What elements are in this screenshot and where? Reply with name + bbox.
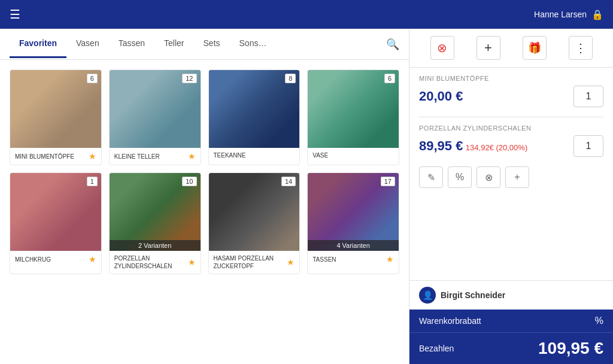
tab-vasen[interactable]: Vasen [66, 30, 109, 58]
customer-area: 👤 Birgit Schneider [409, 280, 613, 310]
cart-item-qty[interactable] [573, 86, 603, 107]
product-image: 1 [10, 173, 101, 251]
edit-icon: ✎ [427, 172, 435, 183]
product-image: 10 2 Varianten [110, 173, 201, 251]
product-badge: 6 [384, 74, 395, 83]
product-name: TASSEN [312, 256, 336, 263]
product-image: 17 4 Varianten [308, 173, 399, 251]
cart-item-label: PORZELLAN ZYLINDERSCHALEN [419, 125, 603, 132]
product-badge: 12 [182, 74, 196, 83]
product-card-tassen[interactable]: 17 4 Varianten TASSEN ★ [307, 172, 399, 274]
variant-badge: 2 Varianten [110, 240, 201, 251]
product-info: TASSEN ★ [308, 251, 399, 268]
close-button[interactable]: ⊗ [430, 36, 454, 60]
product-badge: 14 [281, 177, 296, 186]
pay-row[interactable]: Bezahlen 109,95 € [409, 333, 613, 364]
add-button[interactable]: + [477, 36, 500, 60]
tab-sets[interactable]: Sets [194, 30, 230, 58]
favorite-star-icon[interactable]: ★ [188, 257, 196, 267]
pay-total: 109,95 € [538, 339, 603, 358]
product-name: HASAMI PORZELLAN ZUCKERTOPF [214, 254, 287, 270]
product-info: MILCHKRUG ★ [10, 251, 101, 268]
discount-percent-icon: % [595, 316, 603, 326]
warenkorbrabatt-row[interactable]: Warenkorbrabatt % [409, 310, 613, 333]
product-badge: 10 [182, 177, 196, 186]
lock-icon: 🔒 [591, 9, 603, 20]
product-card-milchkrug[interactable]: 1 MILCHKRUG ★ [10, 172, 102, 274]
cart-item-price: 89,95 € [419, 138, 463, 153]
cart-item-2: PORZELLAN ZYLINDERSCHALEN 89,95 € 134,92… [419, 125, 603, 157]
cart-item-price-block: 89,95 € 134,92€ (20,00%) [419, 138, 527, 154]
product-info: TEEKANNE [209, 148, 300, 163]
cart-item-price: 20,00 € [419, 89, 463, 104]
product-info: MINI BLUMENTÖPFE ★ [10, 148, 101, 165]
pay-label: Bezahlen [419, 344, 454, 353]
search-icon[interactable]: 🔍 [386, 38, 399, 51]
product-image: 6 [308, 70, 399, 148]
tab-tassen[interactable]: Tassen [109, 30, 154, 58]
right-top-actions: ⊗ + 🎁 ⋮ [409, 29, 613, 68]
tab-teller[interactable]: Teller [154, 30, 193, 58]
product-card-vase[interactable]: 6 VASE [307, 69, 399, 165]
product-card-teekanne[interactable]: 8 TEEKANNE [208, 69, 301, 165]
product-name: MILCHKRUG [15, 256, 51, 263]
user-area: Hanne Larsen 🔒 [534, 9, 603, 20]
favorite-star-icon[interactable]: ★ [287, 257, 295, 267]
add-icon: + [514, 172, 520, 183]
product-info: VASE [308, 148, 399, 163]
product-image: 14 [209, 173, 300, 251]
product-name: VASE [312, 151, 328, 159]
more-button[interactable]: ⋮ [569, 36, 593, 60]
product-badge: 6 [87, 74, 98, 83]
cart-item-discount: 134,92€ (20,00%) [466, 143, 527, 152]
hamburger-icon[interactable]: ☰ [10, 7, 20, 22]
more-icon: ⋮ [575, 41, 587, 55]
product-badge: 1 [87, 177, 98, 186]
top-nav: ☰ Hanne Larsen 🔒 [0, 0, 613, 29]
tab-favoriten[interactable]: Favoriten [10, 30, 66, 58]
main-layout: Favoriten Vasen Tassen Teller Sets Sons…… [0, 29, 613, 364]
gift-button[interactable]: 🎁 [523, 36, 547, 60]
gift-icon: 🎁 [528, 41, 541, 54]
favorite-star-icon[interactable]: ★ [386, 254, 394, 264]
add-item-button[interactable]: + [505, 166, 529, 188]
discount-label: Warenkorbrabatt [419, 316, 481, 326]
product-name: KLEINE TELLER [114, 153, 160, 160]
remove-icon: ⊗ [485, 172, 493, 183]
variant-badge: 4 Varianten [308, 240, 399, 251]
customer-name: Birgit Schneider [441, 290, 505, 300]
cart-divider [419, 117, 603, 117]
product-card-porzellan[interactable]: 10 2 Varianten PORZELLAN ZYLINDERSCHALEN… [109, 172, 201, 274]
cart-item-row: 20,00 € [419, 86, 603, 107]
plus-icon: + [484, 40, 492, 56]
person-icon: 👤 [423, 290, 433, 300]
edit-button[interactable]: ✎ [419, 166, 443, 188]
product-name: PORZELLAN ZYLINDERSCHALEN [114, 254, 188, 270]
product-name: MINI BLUMENTÖPFE [15, 153, 74, 160]
product-badge: 8 [285, 74, 296, 83]
left-panel: Favoriten Vasen Tassen Teller Sets Sons…… [0, 29, 409, 364]
product-card-kleine-teller[interactable]: 12 KLEINE TELLER ★ [109, 69, 201, 165]
favorite-star-icon[interactable]: ★ [188, 151, 196, 161]
discount-item-button[interactable]: % [448, 166, 472, 188]
tab-sons[interactable]: Sons… [230, 30, 277, 58]
close-icon: ⊗ [437, 41, 447, 55]
product-info: KLEINE TELLER ★ [110, 148, 201, 165]
cart-item-row: 89,95 € 134,92€ (20,00%) [419, 135, 603, 157]
right-panel: ⊗ + 🎁 ⋮ MINI BLUMENTÖPFE 20,00 € [409, 29, 613, 364]
tabs: Favoriten Vasen Tassen Teller Sets Sons…… [0, 29, 409, 60]
customer-icon: 👤 [419, 287, 436, 304]
product-info: HASAMI PORZELLAN ZUCKERTOPF ★ [209, 251, 300, 274]
cart-item-label: MINI BLUMENTÖPFE [419, 75, 603, 82]
bottom-actions: Warenkorbrabatt % Bezahlen 109,95 € [409, 310, 613, 364]
cart-items: MINI BLUMENTÖPFE 20,00 € PORZELLAN ZYLIN… [409, 68, 613, 280]
user-name: Hanne Larsen [534, 10, 587, 19]
remove-button[interactable]: ⊗ [477, 166, 500, 188]
product-card-zuckertopf[interactable]: 14 HASAMI PORZELLAN ZUCKERTOPF ★ [208, 172, 301, 274]
product-image: 6 [10, 70, 101, 148]
product-card-mini-blumentopfe[interactable]: 6 MINI BLUMENTÖPFE ★ [10, 69, 102, 165]
favorite-star-icon[interactable]: ★ [89, 254, 96, 264]
favorite-star-icon[interactable]: ★ [89, 151, 96, 161]
cart-item-qty[interactable] [573, 135, 603, 157]
product-badge: 17 [381, 177, 395, 186]
